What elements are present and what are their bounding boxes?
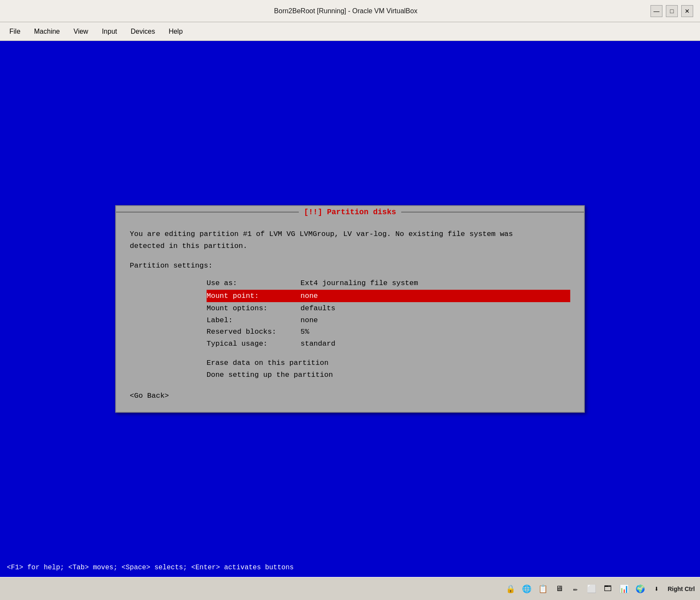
dialog-title: [!!] Partition disks — [299, 208, 401, 216]
setting-key-mount-point: Mount point: — [207, 291, 300, 302]
maximize-button[interactable]: □ — [666, 5, 678, 17]
setting-row-label[interactable]: Label: none — [207, 315, 570, 326]
setting-value-use-as: Ext4 journaling file system — [300, 278, 418, 289]
minimize-button[interactable]: — — [650, 5, 662, 17]
title-bar: Born2BeRoot [Running] - Oracle VM Virtua… — [0, 0, 700, 22]
taskbar-icon-download[interactable]: ⬇ — [650, 582, 663, 596]
setting-row-reserved-blocks[interactable]: Reserved blocks: 5% — [207, 326, 570, 338]
setting-key-reserved-blocks: Reserved blocks: — [207, 326, 300, 338]
go-back-button[interactable]: <Go Back> — [130, 390, 570, 402]
menu-devices[interactable]: Devices — [125, 25, 161, 38]
taskbar-icon-lock[interactable]: 🔒 — [504, 582, 517, 596]
menu-file[interactable]: File — [3, 25, 26, 38]
setting-value-label: none — [300, 315, 318, 326]
menu-bar: File Machine View Input Devices Help — [0, 22, 700, 41]
settings-table: Use as: Ext4 journaling file system Moun… — [207, 278, 570, 349]
window-controls: — □ ✕ — [650, 5, 693, 17]
partition-settings-label: Partition settings: — [130, 260, 570, 271]
setting-row-mount-point[interactable]: Mount point: none — [207, 290, 570, 303]
setting-value-mount-options: defaults — [300, 303, 335, 314]
taskbar: 🔒 🌐 📋 🖥 ✏ ⬜ 🗔 📊 🌍 ⬇ Right Ctrl — [0, 577, 700, 600]
setting-value-reserved-blocks: 5% — [300, 326, 309, 338]
description-line2: detected in this partition. — [130, 240, 570, 252]
taskbar-icon-globe[interactable]: 🌍 — [633, 582, 647, 596]
menu-machine[interactable]: Machine — [28, 25, 66, 38]
menu-help[interactable]: Help — [163, 25, 189, 38]
taskbar-icon-edit[interactable]: ✏ — [569, 582, 582, 596]
status-text: <F1> for help; <Tab> moves; <Space> sele… — [7, 564, 294, 571]
taskbar-icon-chart[interactable]: 📊 — [617, 582, 631, 596]
setting-value-typical-usage: standard — [300, 338, 335, 350]
vm-display: [!!] Partition disks You are editing par… — [0, 41, 700, 577]
menu-view[interactable]: View — [67, 25, 94, 38]
setting-key-label: Label: — [207, 315, 300, 326]
dialog-content: You are editing partition #1 of LVM VG L… — [116, 218, 584, 411]
partition-dialog: [!!] Partition disks You are editing par… — [115, 205, 585, 412]
taskbar-icon-display[interactable]: 🖥 — [552, 582, 566, 596]
description-line1: You are editing partition #1 of LVM VG L… — [130, 228, 570, 240]
close-button[interactable]: ✕ — [681, 5, 693, 17]
taskbar-icon-network[interactable]: 🌐 — [520, 582, 534, 596]
taskbar-icon-clipboard[interactable]: 📋 — [536, 582, 550, 596]
status-bar: <F1> for help; <Tab> moves; <Space> sele… — [0, 558, 700, 577]
dialog-title-bar: [!!] Partition disks — [116, 206, 584, 218]
menu-input[interactable]: Input — [96, 25, 123, 38]
right-ctrl-label: Right Ctrl — [668, 585, 695, 592]
setting-value-mount-point: none — [300, 291, 318, 302]
setting-key-mount-options: Mount options: — [207, 303, 300, 314]
action-items: Erase data on this partition Done settin… — [207, 358, 570, 380]
title-line-right — [401, 212, 584, 213]
title-line-left — [116, 212, 299, 213]
taskbar-icon-window[interactable]: 🗔 — [601, 582, 615, 596]
setting-key-typical-usage: Typical usage: — [207, 338, 300, 350]
window-title: Born2BeRoot [Running] - Oracle VM Virtua… — [41, 7, 650, 15]
setting-row-use-as[interactable]: Use as: Ext4 journaling file system — [207, 278, 570, 289]
action-done-setting-up[interactable]: Done setting up the partition — [207, 370, 570, 381]
dialog-description: You are editing partition #1 of LVM VG L… — [130, 228, 570, 251]
action-erase-data[interactable]: Erase data on this partition — [207, 358, 570, 369]
setting-row-typical-usage[interactable]: Typical usage: standard — [207, 338, 570, 350]
setting-row-mount-options[interactable]: Mount options: defaults — [207, 303, 570, 314]
setting-key-use-as: Use as: — [207, 278, 300, 289]
taskbar-icon-square[interactable]: ⬜ — [585, 582, 598, 596]
